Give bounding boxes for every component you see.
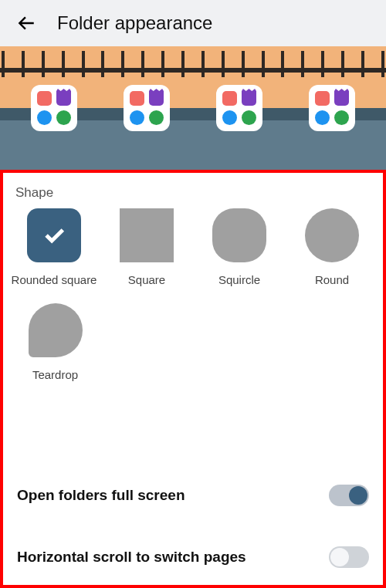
square-swatch	[120, 208, 174, 262]
setting-label: Horizontal scroll to switch pages	[17, 549, 246, 566]
content-panel: Shape Rounded square Square Squircle Rou…	[0, 170, 386, 588]
shape-label: Round	[315, 273, 349, 286]
shape-label: Teardrop	[32, 368, 78, 381]
setting-label: Open folders full screen	[17, 487, 185, 504]
arrow-left-icon	[16, 13, 36, 33]
round-swatch	[305, 208, 359, 262]
folder-preview	[31, 85, 77, 131]
squircle-swatch	[212, 208, 266, 262]
back-button[interactable]	[12, 9, 40, 37]
shape-option-squircle[interactable]: Squircle	[197, 208, 282, 286]
shape-label: Square	[128, 273, 165, 286]
shape-option-teardrop[interactable]: Teardrop	[13, 303, 98, 381]
shape-grid: Rounded square Square Squircle Round	[3, 208, 383, 286]
shape-option-rounded-square[interactable]: Rounded square	[12, 208, 96, 286]
folder-preview	[124, 85, 170, 131]
rounded-square-swatch	[27, 208, 81, 262]
folder-preview	[309, 85, 355, 131]
check-icon	[41, 222, 67, 248]
shape-option-square[interactable]: Square	[104, 208, 189, 286]
setting-open-full-screen: Open folders full screen	[3, 468, 383, 523]
page-title: Folder appearance	[57, 12, 212, 34]
toggle-open-full-screen[interactable]	[329, 485, 369, 506]
shape-label: Rounded square	[12, 273, 97, 286]
shape-section-label: Shape	[3, 173, 383, 208]
header: Folder appearance	[0, 0, 386, 46]
toggle-horizontal-scroll[interactable]	[329, 546, 369, 568]
teardrop-swatch	[29, 303, 83, 357]
shape-label: Squircle	[218, 273, 260, 286]
setting-horizontal-scroll: Horizontal scroll to switch pages	[3, 529, 383, 585]
shape-option-round[interactable]: Round	[290, 208, 374, 286]
folder-preview	[216, 85, 262, 131]
preview-strip	[0, 46, 386, 170]
